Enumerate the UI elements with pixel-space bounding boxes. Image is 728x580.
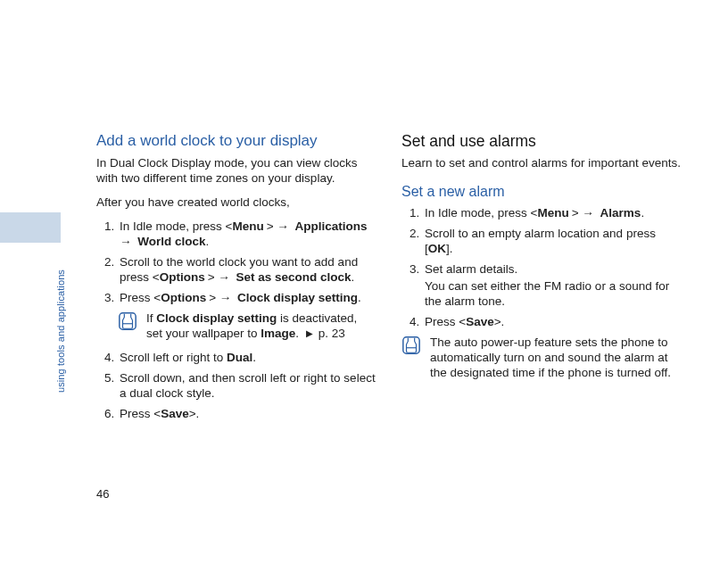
options-key: Options xyxy=(160,270,205,284)
text: ]. xyxy=(446,242,453,255)
text: If xyxy=(146,311,156,325)
arrow-icon: > → xyxy=(569,206,600,220)
note-icon xyxy=(401,336,421,355)
left-steps-list-continued: Scroll left or right to Dual. Scroll dow… xyxy=(96,350,376,421)
save-key: Save xyxy=(161,407,189,420)
save-key: Save xyxy=(466,315,494,328)
text: . xyxy=(295,327,302,340)
clock-display-setting-key: Clock display setting xyxy=(156,311,277,325)
left-steps-list: In Idle mode, press <Menu> → Application… xyxy=(96,219,376,305)
page-content: Add a world clock to your display In Dua… xyxy=(96,132,685,427)
image-key: Image xyxy=(261,327,295,340)
right-steps-list: In Idle mode, press <Menu> → Alarms. Scr… xyxy=(401,205,685,329)
right-step-3: Set alarm details. You can set either th… xyxy=(423,261,685,309)
right-step-4: Press <Save>. xyxy=(423,314,685,329)
right-heading: Set and use alarms xyxy=(401,132,685,150)
left-intro-2: After you have created world clocks, xyxy=(96,195,376,210)
menu-key: Menu xyxy=(537,206,568,220)
right-intro: Learn to set and control alarms for impo… xyxy=(401,155,685,170)
alarms-key: Alarms xyxy=(600,206,641,220)
left-note-text: If Clock display setting is deactivated,… xyxy=(146,311,376,341)
left-step-4: Scroll left or right to Dual. xyxy=(118,350,376,365)
svg-rect-1 xyxy=(403,337,419,353)
applications-key: Applications xyxy=(295,220,368,233)
text: In Idle mode, press < xyxy=(425,206,537,220)
dual-key: Dual xyxy=(227,351,252,364)
text: . xyxy=(352,270,355,284)
left-step-3: Press <Options> → Clock display setting. xyxy=(118,290,376,305)
text: . xyxy=(358,291,361,304)
right-column: Set and use alarms Learn to set and cont… xyxy=(401,132,685,427)
text: . xyxy=(252,351,256,364)
text: Press < xyxy=(120,407,161,420)
left-step-1: In Idle mode, press <Menu> → Application… xyxy=(118,219,376,249)
clock-display-setting-key: Clock display setting xyxy=(237,291,358,304)
text: >. xyxy=(494,315,505,328)
text: Press < xyxy=(120,291,161,304)
right-note-text: The auto power-up feature sets the phone… xyxy=(430,335,685,380)
svg-rect-0 xyxy=(120,313,136,329)
right-step-2: Scroll to an empty alarm location and pr… xyxy=(423,226,685,256)
text: . xyxy=(206,235,210,248)
left-intro-1: In Dual Clock Display mode, you can view… xyxy=(96,155,376,186)
text: In Idle mode, press < xyxy=(120,220,232,233)
text: Scroll left or right to xyxy=(120,351,227,364)
left-note: If Clock display setting is deactivated,… xyxy=(118,311,376,341)
left-heading: Add a world clock to your display xyxy=(96,132,376,150)
text: . xyxy=(641,206,644,220)
ok-key: OK xyxy=(428,242,446,255)
note-page-ref: p. 23 xyxy=(315,327,345,340)
arrow-icon: > → xyxy=(206,291,237,304)
side-section-label: using tools and applications xyxy=(54,250,67,393)
left-step-5: Scroll down, and then scroll left or rig… xyxy=(118,370,376,401)
text: Scroll to an empty alarm location and pr… xyxy=(425,227,656,255)
text: You can set either the FM radio or a sou… xyxy=(425,278,685,309)
right-subheading: Set a new alarm xyxy=(401,183,685,200)
world-clock-key: World clock xyxy=(137,235,205,248)
triangle-icon: ▶ xyxy=(302,328,315,338)
menu-key: Menu xyxy=(232,220,263,233)
options-key: Options xyxy=(161,291,206,304)
left-step-2: Scroll to the world clock you want to ad… xyxy=(118,254,376,285)
left-column: Add a world clock to your display In Dua… xyxy=(96,132,376,427)
second-clock-key: Set as second clock xyxy=(236,270,352,284)
page-number: 46 xyxy=(96,487,109,501)
left-step-6: Press <Save>. xyxy=(118,406,376,421)
text: >. xyxy=(189,407,200,420)
note-icon xyxy=(118,311,137,331)
right-step-1: In Idle mode, press <Menu> → Alarms. xyxy=(423,205,685,220)
side-tab-background xyxy=(0,212,61,243)
text: Press < xyxy=(425,315,466,328)
right-note: The auto power-up feature sets the phone… xyxy=(401,335,685,380)
text: Set alarm details. xyxy=(425,262,517,276)
arrow-icon: > → xyxy=(264,220,295,233)
arrow-icon: > → xyxy=(205,270,236,284)
